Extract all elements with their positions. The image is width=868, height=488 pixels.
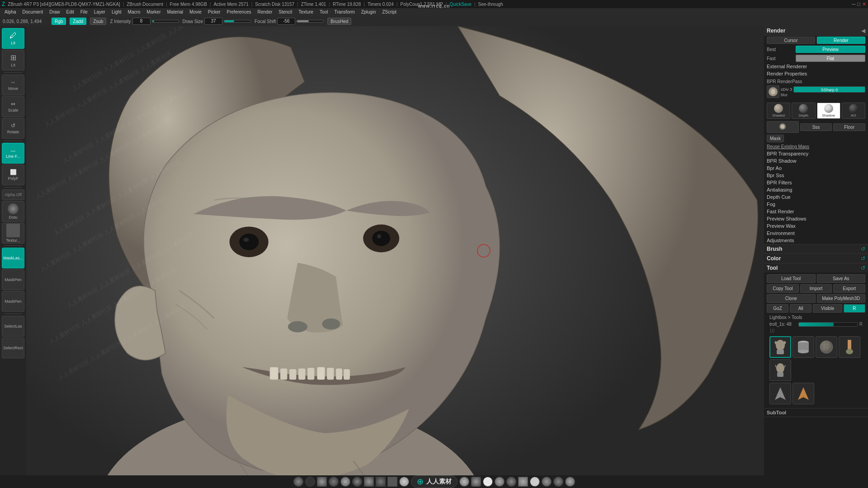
shaded-btn[interactable]: Shaded	[767, 103, 790, 119]
dot-btn[interactable]: Dotu	[2, 201, 24, 222]
tool-thumb-troll[interactable]	[769, 336, 791, 358]
troll-slider[interactable]	[798, 322, 858, 327]
tool-thumb-polymesh[interactable]	[816, 336, 837, 358]
brush-preset-11[interactable]	[459, 477, 469, 487]
texture-btn[interactable]: Textur...	[2, 223, 24, 244]
external-renderer-item[interactable]: External Renderer	[764, 63, 868, 70]
brush-preset-15[interactable]	[506, 477, 516, 487]
menu-tool[interactable]: Tool	[317, 8, 330, 16]
fog-item[interactable]: Fog	[764, 201, 868, 208]
preview-button[interactable]: Preview	[796, 46, 865, 53]
export-button[interactable]: Export	[833, 284, 865, 293]
move-btn[interactable]: ↔ Move	[2, 75, 24, 95]
bpr-shadow-item[interactable]: BPR Shadow	[764, 157, 868, 164]
zadd-button[interactable]: Zadd	[70, 18, 86, 25]
bpr-transparency-item[interactable]: BPR Transparency	[764, 150, 868, 157]
focal-shift-value[interactable]: -56	[277, 18, 295, 25]
menu-file[interactable]: File	[78, 8, 90, 16]
cursor-button[interactable]: Cursor	[767, 37, 815, 44]
brush-preset-8[interactable]	[376, 477, 386, 487]
brush-preset-16[interactable]	[518, 477, 528, 487]
tool-header[interactable]: Tool ↺	[764, 263, 868, 272]
menu-marker[interactable]: Marker	[144, 8, 163, 16]
brush-preset-12[interactable]	[471, 477, 481, 487]
tool-thumb-cylinder[interactable]	[793, 336, 814, 358]
visible-button[interactable]: Visible	[813, 304, 842, 313]
quicksave-btn[interactable]: QuickSave	[450, 2, 472, 7]
menu-stencil[interactable]: Stencil	[276, 8, 295, 16]
render-properties-item[interactable]: Render Properties	[764, 70, 868, 77]
reuse-maps-link[interactable]: Reuse Existing Maps	[764, 143, 868, 150]
focal-shift-slider[interactable]	[297, 20, 324, 23]
menu-movie[interactable]: Movie	[187, 8, 204, 16]
bpr-ao-item[interactable]: Bpr Ao	[764, 164, 868, 172]
subtool-row[interactable]: SubTool	[764, 408, 868, 417]
move-tool-btn[interactable]: ⊞ Lit	[2, 50, 24, 70]
depth-cue-item[interactable]: Depth Cue	[764, 193, 868, 201]
menu-draw[interactable]: Draw	[47, 8, 62, 16]
mask-btn2[interactable]	[767, 121, 799, 133]
make-polymesh-button[interactable]: Make PolyMesh3D	[817, 294, 866, 303]
color-sync-icon[interactable]: ↺	[861, 255, 865, 262]
brush-preset-17[interactable]	[530, 477, 540, 487]
draw-tool-btn[interactable]: 🖊 Lit	[2, 28, 24, 49]
brush-preset-9[interactable]	[387, 477, 397, 487]
linefill-btn[interactable]: — Line F...	[2, 143, 24, 164]
shadow-btn[interactable]: Shadow	[817, 103, 840, 119]
all-button[interactable]: All	[790, 304, 811, 313]
brush-preset-14[interactable]	[495, 477, 505, 487]
menu-preferences[interactable]: Preferences	[224, 8, 254, 16]
tool-thumb-troll2[interactable]	[769, 359, 791, 381]
menu-alpha[interactable]: Alpha	[2, 8, 19, 16]
draw-size-value[interactable]: 37	[204, 18, 222, 25]
see-through-btn[interactable]: See-through	[478, 2, 503, 7]
floor-btn[interactable]: Floor	[833, 123, 865, 131]
fast-render-item[interactable]: Fast Render	[764, 208, 868, 215]
menu-transform[interactable]: Transform	[331, 8, 357, 16]
tool-thumb-simplebrush[interactable]	[839, 336, 860, 358]
tool-sync-icon[interactable]: ↺	[861, 265, 865, 271]
menu-light[interactable]: Light	[109, 8, 124, 16]
brush-preset-3[interactable]	[317, 477, 327, 487]
menu-texture[interactable]: Texture	[296, 8, 316, 16]
rotate-btn[interactable]: ↺ Rotate	[2, 118, 24, 139]
goz-button[interactable]: GoZ	[767, 304, 788, 313]
menu-zplugin[interactable]: Zplugin	[359, 8, 379, 16]
antialiasing-item[interactable]: Antialiasing	[764, 186, 868, 193]
load-tool-button[interactable]: Load Tool	[767, 274, 816, 283]
depth-btn[interactable]: Depth	[792, 103, 815, 119]
brush-preset-13[interactable]	[483, 477, 493, 487]
brush-mode-button[interactable]: BrusHed	[327, 18, 351, 25]
rgb-button[interactable]: Rgb	[52, 18, 66, 25]
flat-button[interactable]: Flat	[796, 55, 865, 62]
polyfill-btn[interactable]: ⬜ PolyF	[2, 164, 24, 185]
ao-btn[interactable]: AO	[842, 103, 865, 119]
brush-header[interactable]: Brush ↺	[764, 244, 868, 253]
canvas-area[interactable]: 人人素材社区 人人素材社区 人人素材社区 人人素材社区 人人素材社区 人人素材社…	[26, 26, 764, 475]
masklasso-btn[interactable]: MaskLas...	[2, 248, 24, 268]
bpr-sss-item[interactable]: Bpr Sss	[764, 172, 868, 179]
brush-preset-5[interactable]	[340, 477, 350, 487]
minimize-btn[interactable]: ─	[852, 1, 856, 7]
selectlasso-btn[interactable]: SelectLas	[2, 316, 24, 337]
brush-preset-1[interactable]	[293, 477, 303, 487]
bpr-filters-item[interactable]: BPR Filters	[764, 179, 868, 186]
menu-render[interactable]: Render	[255, 8, 275, 16]
scale-btn[interactable]: ⇔ Scale	[2, 96, 24, 117]
menu-macro[interactable]: Macro	[125, 8, 143, 16]
maskpen2-btn[interactable]: MaskPen	[2, 291, 24, 312]
draw-size-slider[interactable]	[224, 20, 251, 23]
bpr-preview-thumb[interactable]	[767, 85, 779, 98]
preview-shadows-item[interactable]: Preview Shadows	[764, 215, 868, 222]
environment-item[interactable]: Environment	[764, 230, 868, 237]
brush-preset-7[interactable]	[364, 477, 374, 487]
brush-sync-icon[interactable]: ↺	[861, 246, 865, 252]
save-as-button[interactable]: Save As	[817, 274, 866, 283]
maskpen-btn[interactable]: MaskPen	[2, 269, 24, 290]
menu-layer[interactable]: Layer	[91, 8, 108, 16]
brush-preset-2[interactable]	[305, 477, 315, 487]
menu-picker[interactable]: Picker	[205, 8, 223, 16]
sss-btn[interactable]: Sss	[800, 123, 832, 131]
menu-document[interactable]: Document	[20, 8, 46, 16]
brush-preset-20[interactable]	[565, 477, 575, 487]
